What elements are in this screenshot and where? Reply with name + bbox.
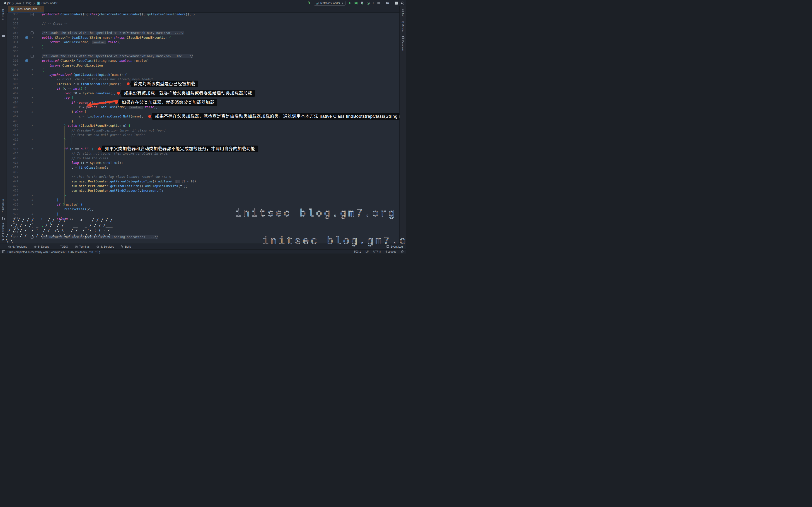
line-number[interactable]: 409	[7, 123, 18, 128]
fold-marker-icon[interactable]: +	[31, 32, 34, 35]
fold-marker-icon[interactable]: +	[31, 236, 34, 238]
line-number[interactable]: 352	[7, 45, 18, 49]
fold-marker-icon[interactable]: ∨	[31, 35, 34, 40]
line-number[interactable]: 400	[7, 82, 18, 87]
line-number[interactable]: 399	[7, 77, 18, 82]
indent-indicator[interactable]: 4 spaces	[386, 250, 396, 253]
toolwindow-button-services[interactable]: 8: Services	[96, 245, 114, 248]
code-line-424[interactable]: 424∧ }	[7, 193, 399, 198]
breadcrumb-java[interactable]: java	[16, 2, 21, 5]
line-number[interactable]: 417	[7, 161, 18, 165]
code-line-330[interactable]: 330+ protected ClassLoader() { this(chec…	[7, 12, 399, 17]
code-line-398[interactable]: 398∨ synchronized (getClassLoadingLock(n…	[7, 72, 399, 77]
fold-marker-icon[interactable]: ∨	[31, 86, 34, 91]
code-line-399[interactable]: 399 // First, check if the class has alr…	[7, 77, 399, 82]
fold-marker-icon[interactable]: ∨	[31, 147, 34, 152]
sidebar-item-ant[interactable]: Ant	[401, 13, 404, 17]
code-line-351[interactable]: 351 return loadClass(name, resolve: fals…	[7, 40, 399, 45]
line-number[interactable]: 331	[7, 17, 18, 21]
toolwindow-button-build[interactable]: Build	[121, 245, 131, 248]
code-line-412[interactable]: 412∧ }	[7, 137, 399, 142]
build-hammer-icon[interactable]	[308, 1, 311, 5]
line-number[interactable]: 424	[7, 193, 18, 198]
line-number[interactable]: 412	[7, 137, 18, 142]
code-line-352[interactable]: 352∧ }	[7, 45, 399, 49]
line-number[interactable]: 419	[7, 170, 18, 174]
line-number[interactable]: 402	[7, 91, 18, 96]
fold-marker-icon[interactable]: ∧	[31, 137, 34, 142]
code-line-400[interactable]: 400 Class<?> c = findLoadedClass(name);	[7, 82, 399, 87]
code-line-411[interactable]: 411 // from the non-null parent class lo…	[7, 133, 399, 137]
breadcrumb-rt-jar[interactable]: rt.jar	[4, 2, 10, 5]
line-number[interactable]: 404	[7, 100, 18, 105]
code-line-396[interactable]: 396 throws ClassNotFoundException	[7, 63, 399, 68]
line-number[interactable]: 418	[7, 165, 18, 170]
line-number[interactable]: 350	[7, 35, 18, 40]
line-number[interactable]: 431	[7, 225, 18, 230]
run-anything-icon[interactable]	[395, 1, 398, 5]
fold-marker-icon[interactable]: ∧	[31, 225, 34, 230]
line-number[interactable]: 416	[7, 156, 18, 161]
toolwindow-button-debug[interactable]: 5: Debug	[34, 245, 49, 248]
code-line-409[interactable]: 409∨ } catch (ClassNotFoundException e) …	[7, 123, 399, 128]
code-line-333[interactable]: 333	[7, 26, 399, 31]
line-number[interactable]: 415	[7, 151, 18, 156]
fold-marker-icon[interactable]: +	[31, 13, 34, 16]
code-line-426[interactable]: 426∨ if (resolve) {	[7, 202, 399, 207]
profiler-button[interactable]	[366, 1, 370, 5]
project-structure-icon[interactable]	[386, 1, 389, 5]
sidebar-item-project[interactable]: 1: Project	[2, 9, 4, 21]
code-line-429[interactable]: 429 return c;	[7, 216, 399, 221]
line-number[interactable]: 397	[7, 68, 18, 72]
line-number[interactable]: 421	[7, 179, 18, 184]
fold-marker-icon[interactable]: ∨	[31, 96, 34, 100]
code-line-419[interactable]: 419	[7, 170, 399, 174]
code-line-350[interactable]: 350↓∨ public Class<?> loadClass(String n…	[7, 35, 399, 40]
line-number[interactable]: 427	[7, 207, 18, 212]
line-number[interactable]: 426	[7, 202, 18, 207]
fold-marker-icon[interactable]: ∨	[31, 100, 34, 105]
line-number[interactable]: 423	[7, 188, 18, 193]
code-line-422[interactable]: 422 sun.misc.PerfCounter.getFindClassTim…	[7, 184, 399, 188]
line-number[interactable]: 420	[7, 174, 18, 179]
line-number[interactable]: 334	[7, 31, 18, 35]
sidebar-item-maven[interactable]: Maven	[401, 24, 404, 33]
line-number[interactable]: 405	[7, 105, 18, 110]
code-line-334[interactable]: 334+ /** Loads the class with the specif…	[7, 31, 399, 35]
fold-marker-icon[interactable]: ∨	[31, 123, 34, 128]
override-method-icon[interactable]: ↓	[25, 59, 28, 62]
caret-position[interactable]: 503:1	[354, 250, 361, 253]
line-number[interactable]: 429	[7, 216, 18, 221]
line-number[interactable]: 353	[7, 49, 18, 54]
fold-marker-icon[interactable]: ∧	[31, 221, 34, 226]
code-line-432[interactable]: 432	[7, 230, 399, 235]
line-number[interactable]: 395	[7, 58, 18, 63]
line-number[interactable]: 433	[7, 235, 18, 239]
line-number[interactable]: 422	[7, 184, 18, 188]
fold-marker-icon[interactable]: ∧	[31, 198, 34, 202]
line-number[interactable]: 354	[7, 54, 18, 59]
code-line-418[interactable]: 418 c = findClass(name);	[7, 165, 399, 170]
fold-marker-icon[interactable]: ∧	[31, 45, 34, 49]
code-line-395[interactable]: 395↓ protected Class<?> loadClass(String…	[7, 58, 399, 63]
toolwindow-button-problems[interactable]: 6: Problems	[8, 245, 27, 248]
run-button[interactable]	[348, 1, 352, 5]
code-line-397[interactable]: 397∨ {	[7, 68, 399, 72]
line-number[interactable]: 332	[7, 21, 18, 26]
fold-marker-icon[interactable]: ∧	[31, 110, 34, 114]
code-line-421[interactable]: 421 sun.misc.PerfCounter.getParentDelega…	[7, 179, 399, 184]
sidebar-item-database[interactable]: Database	[401, 40, 404, 52]
line-number[interactable]: 401	[7, 86, 18, 91]
line-number[interactable]: 414	[7, 147, 18, 152]
code-line-332[interactable]: 332 // -- Class --	[7, 21, 399, 26]
line-number[interactable]: 403	[7, 96, 18, 100]
code-line-430[interactable]: 430∧ }	[7, 221, 399, 226]
event-log-button[interactable]: Event Log	[386, 244, 403, 250]
run-with-coverage-button[interactable]	[360, 1, 364, 5]
tool-window-switcher-icon[interactable]	[2, 250, 5, 253]
line-number[interactable]: 398	[7, 72, 18, 77]
code-line-416[interactable]: 416 // to find the class.	[7, 156, 399, 161]
line-ending-indicator[interactable]: LF	[365, 250, 369, 253]
line-number[interactable]: 411	[7, 133, 18, 137]
code-line-423[interactable]: 423 sun.misc.PerfCounter.getFindClasses(…	[7, 188, 399, 193]
